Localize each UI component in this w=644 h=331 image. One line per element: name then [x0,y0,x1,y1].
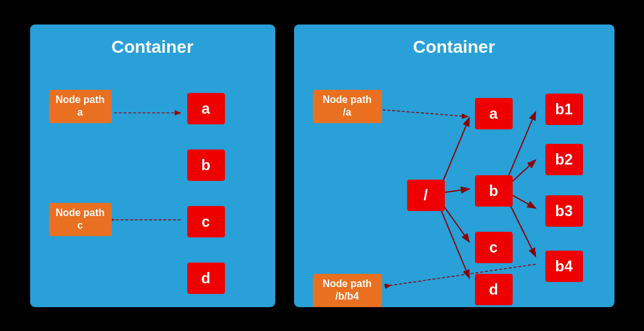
node-b3: b3 [545,195,583,227]
left-inner: a b c d Node path a Node path c [43,63,263,308]
node-b-left: b [187,149,225,181]
svg-line-10 [378,109,468,117]
node-c-right: c [475,232,513,263]
node-b1: b1 [545,94,583,125]
node-b-right: b [475,175,513,207]
node-b2: b2 [545,144,583,175]
svg-line-11 [391,264,535,285]
right-title: Container [307,37,602,57]
path-label-c-left: Node path c [49,203,112,237]
left-diagram: Container a b c [30,24,275,307]
node-d-right: d [475,274,513,305]
node-a-left: a [187,93,225,124]
right-inner: / a b c d b1 b2 b3 b4 Node path /a [307,63,602,308]
path-label-b4-right: Node path /b/b4 [313,274,382,308]
node-d-left: d [187,263,225,294]
svg-line-5 [437,200,469,278]
node-a-right: a [475,98,513,129]
node-slash: / [407,180,445,211]
path-label-a-right: Node path /a [313,90,382,124]
left-title: Container [43,37,263,57]
path-label-a-left: Node path a [49,90,112,124]
right-diagram: Container [294,24,614,307]
node-b4: b4 [545,251,583,282]
node-c-left: c [187,206,225,237]
